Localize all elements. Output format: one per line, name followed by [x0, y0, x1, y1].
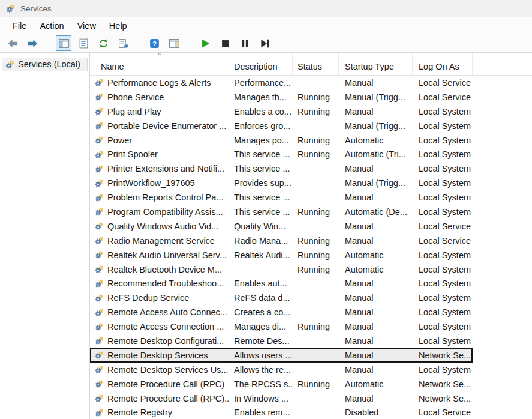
menu-view[interactable]: View [71, 19, 103, 32]
service-name: Portable Device Enumerator ... [107, 121, 226, 131]
service-description: This service ... [229, 149, 293, 159]
service-startup-type: Manual [339, 351, 413, 360]
service-row[interactable]: Recommended Troubleshoo... Enables aut..… [90, 276, 473, 291]
service-row[interactable]: Plug and Play Enables a co... Running Ma… [90, 104, 473, 119]
service-description: The RPCSS s... [229, 379, 293, 389]
pause-service-button[interactable] [237, 35, 253, 51]
services-app-icon [6, 4, 16, 13]
service-gears-icon [95, 308, 104, 317]
toolbar-separator [44, 43, 52, 44]
service-gears-icon [95, 365, 104, 374]
service-row[interactable]: Remote Access Connection ... Manages di.… [90, 319, 473, 334]
menu-action[interactable]: Action [33, 19, 70, 32]
service-startup-type: Manual [339, 107, 413, 116]
service-row[interactable]: PrintWorkflow_197605 Provides sup... Man… [90, 176, 473, 190]
service-row[interactable]: Remote Desktop Services Us... Allows the… [90, 363, 473, 377]
menu-file[interactable]: File [6, 19, 33, 32]
service-row[interactable]: Print Spooler This service ... Running A… [90, 147, 473, 161]
console-tree-icon [58, 38, 70, 49]
service-gears-icon [95, 394, 104, 403]
service-gears-icon [95, 351, 104, 360]
pause-service-icon [239, 38, 251, 49]
show-action-pane-button[interactable] [166, 35, 182, 51]
service-row[interactable]: Remote Registry Enables rem... Disabled … [90, 405, 473, 419]
service-name: Remote Procedure Call (RPC) [107, 379, 224, 389]
action-pane-icon [169, 38, 180, 49]
menu-help[interactable]: Help [103, 19, 134, 32]
service-row[interactable]: Problem Reports Control Pa... This servi… [90, 190, 473, 205]
column-header-log-on-as[interactable]: Log On As [413, 53, 473, 76]
service-row[interactable]: Printer Extensions and Notifi... This se… [90, 161, 473, 176]
forward-button[interactable] [25, 35, 40, 51]
refresh-button[interactable] [95, 35, 111, 51]
service-description: Enables rem... [229, 408, 293, 417]
service-log-on-as: Local System [413, 250, 473, 260]
column-header-name[interactable]: ^ Name [90, 53, 229, 76]
service-row[interactable]: ReFS Dedup Service ReFS data d... Manual… [90, 291, 473, 305]
restart-service-icon [259, 38, 270, 49]
service-name: Plug and Play [107, 107, 161, 116]
service-name: Quality Windows Audio Vid... [107, 222, 218, 231]
service-name: Remote Access Auto Connec... [107, 307, 227, 317]
column-header-filler [473, 53, 532, 76]
service-log-on-as: Local System [413, 336, 473, 346]
service-name: Remote Registry [107, 408, 172, 417]
service-row[interactable]: Remote Procedure Call (RPC)... In Window… [90, 391, 473, 406]
service-row[interactable]: Phone Service Manages th... Running Manu… [90, 90, 473, 104]
service-gears-icon [95, 379, 104, 388]
svg-text:?: ? [152, 39, 156, 47]
show-console-tree-button[interactable] [56, 35, 71, 51]
help-icon: ? [149, 38, 160, 49]
service-log-on-as: Local Service [413, 408, 473, 417]
services-node-icon [5, 60, 14, 69]
service-log-on-as: Local System [413, 365, 473, 375]
stop-service-button[interactable] [217, 35, 233, 51]
service-row[interactable]: Power Manages po... Running Automatic Lo… [90, 133, 473, 148]
service-status: Running [293, 92, 339, 102]
service-gears-icon [95, 150, 104, 159]
service-row[interactable]: Portable Device Enumerator ... Enforces … [90, 119, 473, 133]
service-name: Radio Management Service [107, 236, 215, 246]
menu-bar: File Action View Help [0, 17, 532, 34]
service-startup-type: Automatic (De... [339, 207, 413, 217]
stop-service-icon [220, 38, 231, 49]
service-description: Manages di... [229, 322, 293, 331]
service-row[interactable]: Radio Management Service Radio Mana... R… [90, 234, 473, 248]
tree-item-services-local[interactable]: Services (Local) [2, 58, 88, 71]
service-row[interactable]: Quality Windows Audio Vid... Quality Win… [90, 219, 473, 234]
properties-button[interactable] [76, 35, 91, 51]
service-log-on-as: Local System [413, 136, 473, 145]
back-button[interactable] [5, 35, 20, 51]
restart-service-button[interactable] [257, 35, 272, 51]
service-log-on-as: Local System [413, 121, 473, 131]
column-header-status[interactable]: Status [293, 53, 339, 76]
service-name: Printer Extensions and Notifi... [107, 164, 224, 173]
service-description: Enforces gro... [229, 121, 293, 131]
export-list-icon [118, 38, 129, 49]
column-header-startup-type[interactable]: Startup Type [339, 53, 413, 76]
service-log-on-as: Local Service [413, 92, 473, 102]
start-service-button[interactable] [197, 35, 213, 51]
service-startup-type: Manual [339, 322, 413, 331]
service-row[interactable]: Program Compatibility Assis... This serv… [90, 205, 473, 219]
service-gears-icon [95, 294, 104, 303]
service-gears-icon [95, 107, 104, 116]
service-gears-icon [95, 193, 104, 202]
service-gears-icon [95, 336, 104, 345]
service-row[interactable]: Realtek Bluetooth Device M... Running Au… [90, 262, 473, 277]
service-name: Realtek Audio Universal Serv... [107, 250, 227, 260]
help-button[interactable]: ? [146, 35, 162, 51]
service-name: Performance Logs & Alerts [107, 78, 211, 88]
service-log-on-as: Network Se... [413, 351, 473, 360]
service-status: Running [293, 136, 339, 145]
service-row[interactable]: Remote Access Auto Connec... Creates a c… [90, 305, 473, 319]
service-row[interactable]: Realtek Audio Universal Serv... Realtek … [90, 248, 473, 262]
service-row[interactable]: Remote Procedure Call (RPC) The RPCSS s.… [90, 377, 473, 391]
service-description: Allows the re... [229, 365, 293, 375]
service-row[interactable]: Remote Desktop Configurati... Remote Des… [90, 334, 473, 348]
service-row[interactable]: Remote Desktop Services Allows users ...… [90, 348, 473, 363]
service-row[interactable]: Performance Logs & Alerts Performance...… [90, 76, 473, 90]
export-list-button[interactable] [115, 35, 131, 51]
service-startup-type: Manual [339, 279, 413, 288]
column-header-description[interactable]: Description [229, 53, 293, 76]
